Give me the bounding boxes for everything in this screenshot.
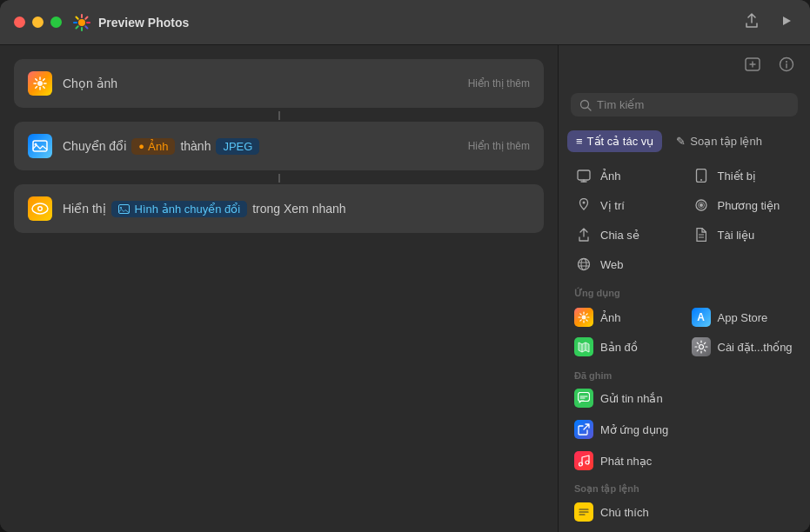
- info-button[interactable]: [775, 55, 798, 78]
- control-icon: [574, 166, 593, 185]
- maps-icon: [574, 337, 593, 356]
- sidebar: Ảnh Thiết bị: [559, 159, 810, 532]
- action-chon-anh[interactable]: Chọn ảnh Hiển thị thêm: [14, 59, 544, 108]
- action-hien-thi-content: Hiển thị Hình ảnh chuyển đổi trong Xem n…: [63, 201, 530, 217]
- titlebar-actions: [740, 10, 796, 36]
- action-tag3-label: Hình ảnh chuyển đổi: [135, 203, 241, 216]
- action-chuyen-doi-tag2[interactable]: JPEG: [216, 138, 259, 155]
- maps-label: Bản đồ: [600, 341, 638, 354]
- settings-icon: [692, 337, 711, 356]
- share-button[interactable]: [740, 10, 763, 36]
- tab-write-script[interactable]: ✎ Soạn tập lệnh: [667, 130, 771, 152]
- search-icon: [579, 99, 592, 111]
- titlebar: Preview Photos: [0, 0, 810, 45]
- traffic-lights: [14, 17, 62, 28]
- play-music-label: Phát nhạc: [600, 455, 652, 468]
- sidebar-item-settings[interactable]: Cài đặt...thống: [685, 332, 802, 362]
- connector-2: [278, 174, 280, 183]
- svg-point-57: [699, 345, 703, 349]
- action-chuyen-doi-show-more[interactable]: Hiển thị thêm: [468, 140, 530, 152]
- location-icon: [574, 196, 593, 215]
- svg-point-44: [579, 259, 590, 270]
- svg-point-24: [120, 207, 122, 209]
- action-chuyen-doi[interactable]: Chuyển đổi ● Ảnh thành JPEG Hiển thị thê…: [14, 122, 544, 170]
- fullscreen-button[interactable]: [50, 17, 62, 28]
- svg-point-45: [581, 259, 586, 270]
- photos-app-icon: [574, 308, 593, 327]
- photos-app-label: Ảnh: [600, 311, 620, 324]
- note-icon: [574, 502, 593, 522]
- soan-tap-lenh-list: Chú thích Hiển thị kết quả: [559, 496, 810, 532]
- tab-bar: ≡ Tất cả tác vụ ✎ Soạn tập lệnh: [559, 125, 810, 159]
- app-icon: [72, 13, 91, 32]
- add-category-button[interactable]: [740, 54, 765, 79]
- svg-point-9: [37, 81, 43, 86]
- svg-line-6: [85, 26, 87, 28]
- svg-point-48: [582, 316, 586, 320]
- sidebar-item-web[interactable]: Web: [567, 249, 685, 279]
- close-button[interactable]: [14, 17, 25, 28]
- media-label: Phương tiện: [718, 199, 780, 212]
- svg-line-17: [36, 87, 37, 89]
- sidebar-item-media[interactable]: Phương tiện: [685, 190, 802, 220]
- docs-icon: [692, 225, 711, 244]
- sidebar-item-show-result[interactable]: Hiển thị kết quả: [567, 528, 801, 532]
- search-bar[interactable]: [571, 93, 798, 116]
- svg-point-40: [700, 203, 703, 207]
- svg-point-62: [586, 461, 589, 464]
- open-app-label: Mở ứng dụng: [600, 423, 668, 436]
- web-label: Web: [600, 258, 624, 271]
- web-icon: [574, 255, 593, 274]
- action-chuyen-doi-text-mid: thành: [180, 139, 211, 153]
- svg-line-32: [588, 107, 592, 110]
- sidebar-item-messages[interactable]: Gửi tin nhắn: [567, 382, 801, 414]
- open-app-icon: [574, 420, 593, 439]
- svg-line-8: [77, 26, 78, 28]
- section-ung-dung-label: Ứng dụng: [559, 281, 810, 301]
- device-label: Thiết bị: [718, 170, 757, 183]
- tab-all-actions[interactable]: ≡ Tất cả tác vụ: [567, 130, 662, 152]
- sidebar-item-docs[interactable]: Tài liệu: [685, 220, 802, 249]
- action-hien-thi-icon: [28, 196, 52, 221]
- control-label: Ảnh: [600, 170, 620, 183]
- action-chuyen-doi-tag1[interactable]: ● Ảnh: [131, 138, 175, 155]
- action-hien-thi[interactable]: Hiển thị Hình ảnh chuyển đổi trong Xem n…: [14, 184, 544, 233]
- minimize-button[interactable]: [32, 17, 44, 28]
- svg-line-55: [586, 314, 587, 315]
- main-window: Preview Photos: [0, 0, 810, 532]
- share-icon: [574, 225, 593, 244]
- section-soan-tap-lenh-label: Soạn tập lệnh: [559, 476, 810, 496]
- sidebar-top-icons: [559, 45, 810, 84]
- svg-point-29: [786, 61, 787, 63]
- window-title: Preview Photos: [98, 16, 740, 30]
- sidebar-item-location[interactable]: Vị trí: [567, 190, 685, 220]
- svg-line-14: [36, 79, 37, 81]
- sidebar-panel: ≡ Tất cả tác vụ ✎ Soạn tập lệnh: [558, 45, 810, 532]
- svg-line-16: [44, 79, 45, 81]
- play-button[interactable]: [777, 11, 796, 34]
- sidebar-item-control[interactable]: Ảnh: [567, 161, 685, 190]
- docs-label: Tài liệu: [718, 229, 755, 242]
- action-chuyen-doi-icon: [28, 134, 52, 158]
- sidebar-item-play-music[interactable]: Phát nhạc: [567, 445, 801, 476]
- svg-point-61: [579, 462, 583, 466]
- music-icon: [574, 451, 593, 470]
- da-ghim-list: Gửi tin nhắn Mở ứng dụng: [559, 382, 810, 476]
- action-hien-thi-tag1[interactable]: Hình ảnh chuyển đổi: [111, 201, 248, 217]
- sidebar-item-open-app[interactable]: Mở ứng dụng: [567, 414, 801, 445]
- device-icon: [692, 166, 711, 185]
- action-hien-thi-text-before: Hiển thị: [63, 202, 106, 216]
- action-tag2-label: JPEG: [223, 140, 252, 153]
- search-input[interactable]: [597, 98, 789, 111]
- location-label: Vị trí: [600, 199, 625, 212]
- sidebar-item-photos-app[interactable]: Ảnh: [567, 303, 685, 332]
- messages-icon: [574, 389, 593, 408]
- section-da-ghim-label: Đã ghim: [559, 363, 810, 382]
- sidebar-item-maps[interactable]: Bản đồ: [567, 332, 685, 362]
- sidebar-item-device[interactable]: Thiết bị: [685, 161, 802, 190]
- sidebar-item-note[interactable]: Chú thích: [567, 496, 801, 528]
- sidebar-item-appstore[interactable]: A App Store: [685, 303, 802, 332]
- sidebar-item-share[interactable]: Chia sẻ: [567, 220, 685, 249]
- appstore-label: App Store: [718, 311, 768, 324]
- action-chon-anh-show-more[interactable]: Hiển thị thêm: [468, 77, 530, 90]
